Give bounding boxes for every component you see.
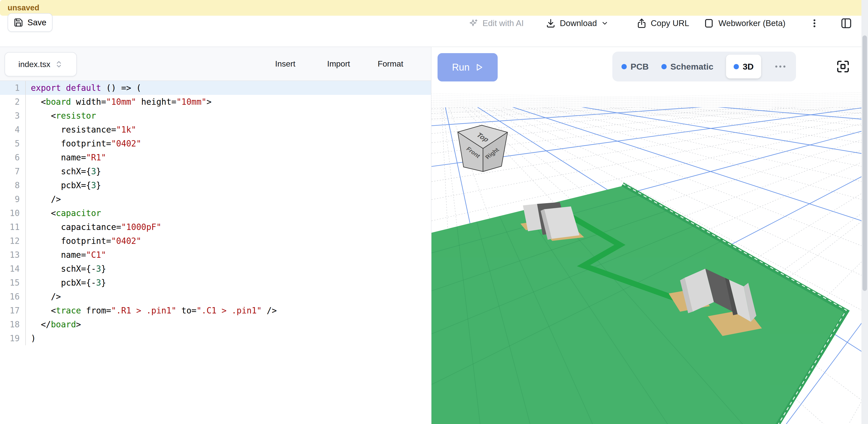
line-number: 9	[0, 192, 26, 206]
sparkles-icon	[468, 18, 478, 28]
save-icon	[13, 18, 23, 27]
save-button[interactable]: Save	[7, 13, 53, 32]
code-line: 2 <board width="10mm" height="10mm">	[0, 95, 431, 109]
tab-pcb[interactable]: PCB	[621, 62, 649, 72]
app-window: Save unsaved Edit with AI Download	[0, 0, 868, 424]
download-icon	[546, 18, 556, 28]
line-number: 7	[0, 165, 26, 178]
code-line: 10 <capacitor	[0, 206, 431, 220]
code-line: 16 />	[0, 290, 431, 304]
line-number: 2	[0, 95, 26, 109]
code-line: 6 name="R1"	[0, 150, 431, 165]
line-number: 18	[0, 317, 26, 331]
panel-layout-icon	[840, 17, 853, 30]
ellipsis-icon	[775, 65, 777, 67]
file-selector[interactable]: index.tsx	[4, 52, 77, 76]
pcb-board[interactable]	[432, 133, 862, 424]
code-line: 17 <trace from=".R1 > .pin1" to=".C1 > .…	[0, 304, 431, 317]
code-editor[interactable]: 1export default () => (2 <board width="1…	[0, 81, 431, 424]
tabs-more-button[interactable]	[774, 65, 787, 67]
code-line: 19)	[0, 331, 431, 345]
fullscreen-icon	[835, 59, 851, 74]
tab-dot-icon	[734, 64, 739, 69]
code-line: 18 </board>	[0, 317, 431, 331]
line-number: 12	[0, 234, 26, 248]
code-line: 15 pcbX={-3}	[0, 276, 431, 290]
scrollbar[interactable]	[862, 0, 868, 424]
file-name: index.tsx	[19, 60, 50, 69]
editor-header: index.tsx Insert Import Format	[0, 47, 431, 81]
scene-canvas[interactable]: Top Front Right	[432, 47, 862, 424]
code-line: 14 schX={-3}	[0, 262, 431, 276]
line-number: 4	[0, 123, 26, 137]
view-tabs: PCB Schematic 3D	[612, 52, 796, 82]
save-label: Save	[27, 18, 46, 27]
run-button[interactable]: Run	[437, 53, 498, 82]
line-number: 5	[0, 137, 26, 150]
top-toolbar: Save unsaved Edit with AI Download	[0, 0, 868, 47]
code-editor-panel: index.tsx Insert Import Format 1export d…	[0, 47, 432, 424]
chevrons-up-down-icon	[55, 60, 63, 68]
more-vertical-icon	[809, 18, 820, 29]
code-line: 8 pcbX={3}	[0, 178, 431, 192]
line-number: 6	[0, 150, 26, 165]
download-button[interactable]: Download	[546, 0, 609, 47]
code-line: 12 footprint="0402"	[0, 234, 431, 248]
play-icon	[475, 63, 483, 72]
menu-item-insert[interactable]: Insert	[275, 47, 295, 80]
line-number: 15	[0, 276, 26, 290]
code-line: 11 capacitance="1000pF"	[0, 220, 431, 234]
code-line: 5 footprint="0402"	[0, 137, 431, 150]
webworker-checkbox[interactable]	[704, 18, 714, 29]
preview-panel: Top Front Right Run PCB	[432, 47, 862, 424]
code-line: 13 name="C1"	[0, 248, 431, 262]
orientation-cube[interactable]: Top Front Right	[458, 125, 507, 171]
kebab-menu-button[interactable]	[809, 0, 820, 47]
tab-dot-icon	[661, 64, 666, 69]
line-number: 11	[0, 220, 26, 234]
copy-url-button[interactable]: Copy URL	[637, 0, 689, 47]
line-number: 1	[0, 81, 26, 95]
menu-item-format[interactable]: Format	[378, 47, 403, 80]
edit-with-ai-button[interactable]: Edit with AI	[468, 0, 524, 47]
grid-horizon	[432, 92, 862, 120]
tab-3d[interactable]: 3D	[726, 55, 761, 78]
line-number: 10	[0, 206, 26, 220]
code-line: 3 <resistor	[0, 109, 431, 123]
line-number: 14	[0, 262, 26, 276]
tab-schematic[interactable]: Schematic	[661, 62, 713, 72]
line-number: 3	[0, 109, 26, 123]
code-line: 9 />	[0, 192, 431, 206]
line-number: 8	[0, 178, 26, 192]
menu-item-import[interactable]: Import	[327, 47, 350, 80]
share-icon	[637, 18, 647, 28]
webworker-toggle[interactable]: Webworker (Beta)	[704, 0, 785, 47]
code-line: 4 resistance="1k"	[0, 123, 431, 137]
panel-toggle-button[interactable]	[840, 0, 853, 47]
fullscreen-button[interactable]	[834, 58, 852, 76]
line-number: 19	[0, 331, 26, 345]
scrollbar-thumb[interactable]	[863, 35, 867, 291]
run-label: Run	[452, 62, 470, 73]
line-number: 17	[0, 304, 26, 317]
code-line: 1export default () => (	[0, 81, 431, 95]
tab-dot-icon	[621, 64, 627, 69]
code-line: 7 schX={3}	[0, 165, 431, 178]
line-number: 16	[0, 290, 26, 304]
chevron-down-icon	[601, 20, 609, 27]
line-number: 13	[0, 248, 26, 262]
